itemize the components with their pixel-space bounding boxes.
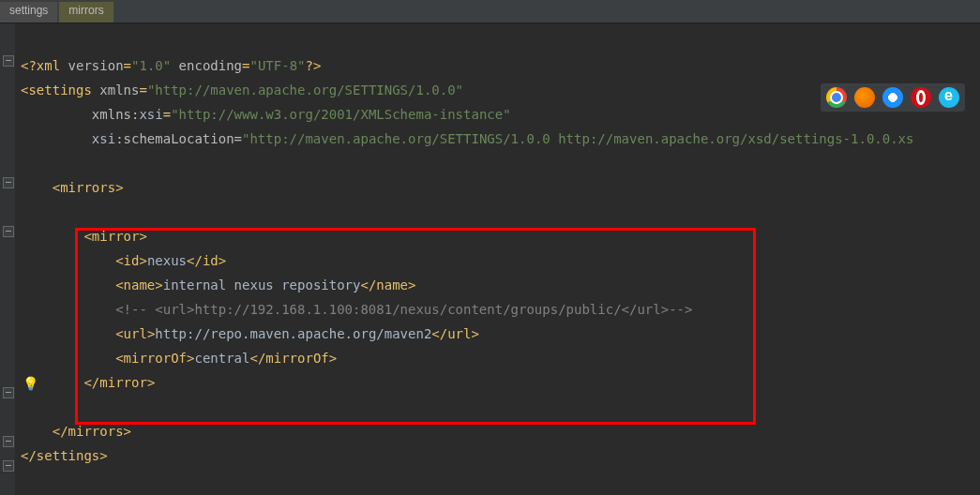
xml-pi: <? (21, 58, 37, 73)
code-area[interactable]: <?xml version="1.0" encoding="UTF-8"?> <… (15, 23, 913, 495)
opera-icon[interactable] (911, 87, 931, 108)
fold-icon[interactable] (3, 387, 14, 398)
firefox-icon[interactable] (854, 87, 875, 108)
fold-icon[interactable] (3, 177, 14, 188)
fold-icon[interactable] (3, 436, 14, 447)
fold-icon[interactable] (3, 226, 14, 237)
code-editor[interactable]: 💡 <?xml version="1.0" encoding="UTF-8"?>… (0, 23, 980, 495)
safari-icon[interactable] (882, 87, 903, 108)
breadcrumb: settings mirrors (0, 0, 980, 23)
chrome-icon[interactable] (826, 87, 847, 108)
ie-icon[interactable] (939, 87, 959, 108)
browser-toolbar (821, 83, 965, 112)
xml-comment: <!-- <url>http://192.168.1.100:8081/nexu… (21, 302, 692, 317)
fold-icon[interactable] (3, 55, 14, 67)
breadcrumb-mirrors[interactable]: mirrors (59, 2, 113, 22)
fold-icon[interactable] (3, 460, 14, 472)
gutter (0, 23, 15, 495)
breadcrumb-settings[interactable]: settings (0, 2, 57, 22)
